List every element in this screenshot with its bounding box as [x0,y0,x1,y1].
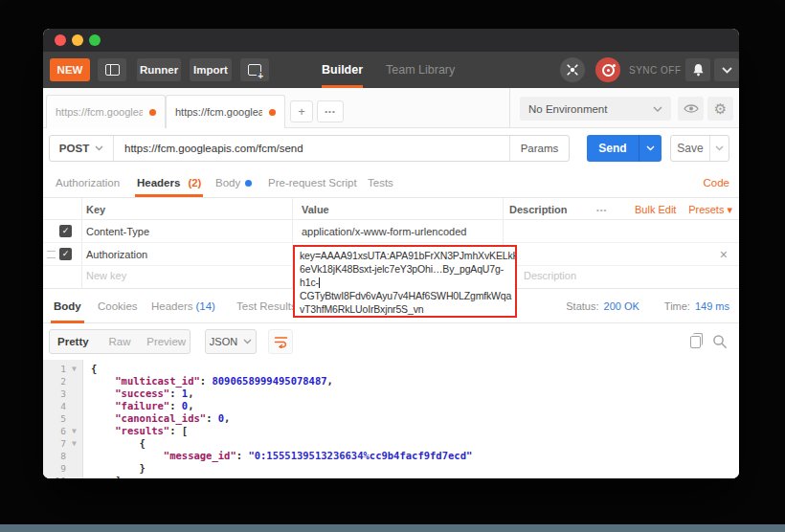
view-preview[interactable]: Preview [143,336,190,347]
code-line: 3 "success": 1, [43,388,739,400]
view-mode-switch: Pretty Raw Preview [49,329,191,354]
code-lines: 1▼{2 "multicast_id": 8090658999495078487… [43,363,739,478]
response-tab-cookies[interactable]: Cookies [98,289,138,323]
request-builder-row: POST Params Send Save [43,128,739,168]
response-tab-body[interactable]: Body [54,289,81,323]
gear-icon: ⚙ [714,100,727,118]
new-window-button[interactable] [240,58,269,81]
tab-team-library[interactable]: Team Library [386,52,455,88]
code-line: 4 "failure": 0, [43,400,739,412]
zoom-window-button[interactable] [89,34,101,46]
view-pretty[interactable]: Pretty [50,336,97,347]
environment-settings-button[interactable]: ⚙ [707,97,733,121]
tab-headers[interactable]: Headers (2) [137,168,201,197]
row-checkbox[interactable]: ✓ [59,225,72,237]
table-more-button[interactable]: ••• [596,198,607,221]
minimize-window-button[interactable] [72,34,83,46]
header-row-content-type: ✓ Content-Type application/x-www-form-ur… [43,220,739,243]
new-description-input[interactable] [524,270,667,281]
format-select[interactable]: JSON [205,329,257,354]
save-options-button[interactable] [709,136,729,161]
response-headers-count: (14) [195,300,214,312]
text-cursor [319,277,320,288]
runner-button[interactable]: Runner [137,58,181,81]
status-value: 200 OK [604,300,639,312]
chevron-down-icon [715,145,724,151]
wrap-text-button[interactable] [268,329,293,354]
environment-preview-button[interactable] [678,97,704,121]
code-line: 10 ] [43,475,739,478]
eye-icon [684,103,699,114]
code-line: 9 } [43,462,739,475]
fold-caret-icon[interactable]: ▼ [66,425,82,437]
request-tabstrip: https://fcm.googleapi https://fcm.google… [43,88,739,128]
row-checkbox[interactable]: ✓ [59,248,72,260]
code-line: 7▼ { [43,437,739,450]
bulk-edit-button[interactable]: Bulk Edit [635,198,676,221]
toolbar-more-button[interactable] [714,58,739,81]
fold-caret-icon[interactable]: ▼ [66,437,82,450]
time-label: Time: [664,300,690,312]
auth-value-line: 6eVk18jK48Bsxt-jelc7eY3pOhi…By_pgAqU7g- [300,262,510,276]
tab-pre-request-script[interactable]: Pre-request Script [268,168,357,197]
url-input[interactable] [114,136,509,161]
fold-spacer [66,475,82,478]
sync-status-label: SYNC OFF [629,52,682,88]
new-button[interactable]: NEW [50,58,90,81]
time-value: 149 ms [695,300,729,312]
interceptor-button[interactable] [560,57,585,82]
new-key-input[interactable] [86,270,258,281]
request-tab-label: https://fcm.googleapi [175,106,262,118]
tab-builder[interactable]: Builder [322,52,363,88]
unsaved-dot-icon [269,109,276,116]
method-value: POST [59,143,89,154]
save-label: Save [671,136,709,161]
send-options-button[interactable] [639,135,662,162]
tab-authorization[interactable]: Authorization [56,168,120,197]
copy-response-button[interactable] [690,336,701,348]
response-body-viewer[interactable]: 1▼{2 "multicast_id": 8090658999495078487… [43,360,739,478]
code-link[interactable]: Code [704,168,730,197]
add-tab-button[interactable]: + [290,100,313,122]
method-select[interactable]: POST [50,136,114,161]
remove-row-button[interactable]: × [720,243,728,266]
send-button[interactable]: Send [587,135,662,162]
drag-handle-icon[interactable] [47,251,56,258]
layout-toggle-button[interactable] [98,58,126,81]
chevron-down-icon [243,339,252,344]
desktop-background-strip [0,524,785,532]
tab-headers-label: Headers [137,177,180,188]
response-tab-test-results[interactable]: Test Results [236,289,297,323]
tab-body[interactable]: Body [215,168,252,197]
fold-caret-icon[interactable]: ▼ [66,363,82,375]
header-key[interactable]: Authorization [86,243,147,266]
header-key[interactable]: Content-Type [86,220,149,243]
main-toolbar: NEW Runner Import Builder Team Library S… [43,52,739,88]
tab-body-label: Body [215,177,240,188]
notifications-button[interactable] [685,58,710,81]
sync-button[interactable] [595,57,620,82]
request-tab-2[interactable]: https://fcm.googleapi [166,95,285,128]
save-button[interactable]: Save [670,135,729,162]
url-input-group: POST Params [49,135,570,162]
response-tab-headers[interactable]: Headers (14) [151,289,215,323]
fold-spacer [66,450,82,462]
header-value[interactable]: application/x-www-form-urlencoded [302,220,466,243]
code-line: 2 "multicast_id": 8090658999495078487, [43,375,739,388]
authorization-value-editor[interactable]: key=AAAA91xsUTA:APA91bFrXN3PJmhXvKELkH 6… [293,245,517,318]
import-button[interactable]: Import [190,58,232,81]
format-value: JSON [210,336,237,347]
environment-select[interactable]: No Environment [520,97,671,121]
request-tab-1[interactable]: https://fcm.googleapi [46,95,166,128]
auth-value-line: CGTyBtwI8Fdv6vAyu7v4HAf6SWH0LZgmfkWqa [300,289,510,302]
fold-spacer [66,462,82,475]
view-raw[interactable]: Raw [97,336,144,347]
tab-options-button[interactable]: ••• [317,100,344,122]
status-label: Status: [566,300,598,312]
search-response-button[interactable] [712,334,728,349]
presets-button[interactable]: Presets ▾ [688,198,732,221]
params-button[interactable]: Params [509,136,569,161]
close-window-button[interactable] [55,34,66,46]
tab-tests[interactable]: Tests [368,168,393,197]
fold-spacer [66,375,82,388]
